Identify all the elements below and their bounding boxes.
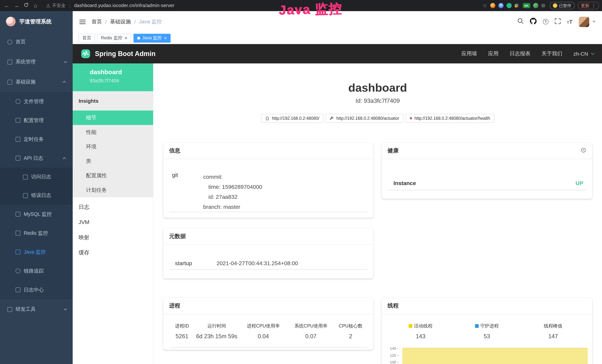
sba-nav-journal[interactable]: 日志报表 [510,50,530,57]
avatar[interactable] [579,17,589,27]
git-time-line: time: 1596289704000 [203,182,262,192]
sidebar-item-access-logs[interactable]: 访问日志 [0,168,73,186]
bookmark-star-icon[interactable]: ☆ [483,3,487,9]
sidebar-toggle-icon[interactable] [79,18,86,25]
sba-item-caches[interactable]: 缓存 [73,245,153,260]
sidebar-item-trace[interactable]: 链路追踪 [0,261,73,280]
sidebar-item-system-mgmt[interactable]: 系统管理 [0,52,73,72]
sidebar-item-infrastructure[interactable]: 基础设施 [0,72,73,92]
sba-nav-wallboard[interactable]: 应用墙 [462,50,477,57]
sba-item-config-props[interactable]: 配置属性 [73,168,153,183]
avatar-caret-icon[interactable] [592,21,595,23]
tab-home[interactable]: 首页 [79,33,95,43]
extension-icon-on-badge[interactable]: on [523,3,530,8]
sba-item-label: 配置属性 [86,172,107,178]
sba-brand[interactable]: Spring Boot Admin [81,49,156,59]
forward-icon[interactable]: → [13,3,20,9]
address-bar[interactable]: dashboard.yudao.iocoder.cn/infra/admin-s… [74,3,174,8]
sidebar-item-label: 首页 [16,39,26,45]
sidebar-item-dev-tools[interactable]: 研发工具 [0,299,73,319]
close-icon[interactable]: × [164,36,167,40]
sidebar-item-api-logs[interactable]: API 日志 [0,149,73,168]
col-system-cpu: 系统CPU使用率 [288,323,334,329]
instance-links: http://192.168.0.2:48080/ http://192.168… [163,114,592,123]
chevron-down-icon [64,60,67,63]
extension-icon-teal[interactable] [506,3,512,8]
browser-menu-icon[interactable]: ⋮ [592,3,596,8]
instance-title: dashboard [163,81,592,95]
chevron-up-icon [63,157,66,160]
extension-icon-drop[interactable] [498,3,503,8]
sba-item-label: 细节 [86,115,97,120]
refresh-icon[interactable] [22,3,30,9]
actuator-url-link[interactable]: http://192.168.0.2:48080/actuator [326,114,403,123]
sba-item-jvm[interactable]: JVM [73,215,153,230]
fullscreen-icon[interactable] [555,18,560,25]
paused-badge[interactable]: 已暂停 [549,2,575,9]
history-icon[interactable] [580,147,586,154]
info-card-title: 信息 [163,143,373,159]
sidebar-item-label: Java 监控 [24,249,46,255]
site-security-chip[interactable]: ⚠ 不安全 [46,2,65,9]
git-commit-line: commit: [203,172,262,182]
app-logo[interactable]: 芋道管理系统 [0,11,73,32]
extension-icon-leaf[interactable] [533,3,538,8]
home-icon[interactable]: ⌂ [32,3,39,9]
sidebar-item-file-mgmt[interactable]: 文件管理 [0,92,73,111]
sba-item-details[interactable]: 细节 [73,110,153,125]
sba-app-header[interactable]: dashboard 93a3fc7f7409 [73,64,153,91]
sba-language-value: zh-CN [573,51,588,57]
back-icon[interactable]: ← [3,3,10,9]
sba-item-environment[interactable]: 环境 [73,139,153,154]
sba-nav-about[interactable]: 关于我们 [542,50,562,57]
sidebar-item-mysql-monitor[interactable]: MySQL 监控 [0,205,73,224]
java-icon [16,250,20,254]
github-icon[interactable] [530,18,536,26]
screen-root: ← → ⌂ ⚠ 不安全 | dashboard.yudao.iocoder.cn… [0,0,602,364]
health-card-title: 健康 [387,147,399,154]
sidebar-item-redis-monitor[interactable]: Redis 监控 [0,224,73,243]
sba-nav-applications[interactable]: 应用 [488,50,499,57]
sidebar-item-label: 错误日志 [31,192,51,199]
sba-item-label: 性能 [86,129,97,135]
sba-item-performance[interactable]: 性能 [73,125,153,139]
close-icon[interactable]: × [125,36,127,40]
tab-java-monitor[interactable]: Java 监控 × [133,33,171,43]
sidebar-item-cron-jobs[interactable]: 定时任务 [0,130,73,149]
threads-card-title: 线程 [382,298,592,314]
breadcrumb-home[interactable]: 首页 [92,18,102,25]
health-card: 健康 Instance UP [382,143,592,199]
sba-content: dashboard Id: 93a3fc7f7409 http://192.16… [153,64,602,364]
extension-icon-dark[interactable] [541,4,545,7]
sba-item-logs[interactable]: 日志 [73,200,153,215]
extension-icon-grid[interactable] [515,4,518,7]
sidebar-item-java-monitor[interactable]: Java 监控 [0,243,73,261]
sidebar-item-home[interactable]: 首页 [0,32,73,52]
tab-redis-monitor[interactable]: Redis 监控 × [97,33,131,43]
link-label: http://192.168.0.2:48080/actuator/health [415,116,490,120]
sba-item-label: 日志 [79,204,89,210]
sba-item-classes[interactable]: 类 [73,154,153,168]
health-url-link[interactable]: ♥ http://192.168.0.2:48080/actuator/heal… [406,114,494,123]
help-icon[interactable]: ? [543,19,548,24]
extension-icon-orange[interactable] [490,3,495,8]
font-size-icon[interactable]: TT [567,18,572,25]
breadcrumb-current: Java 监控 [139,18,162,25]
search-icon[interactable] [517,18,523,26]
info-card: 信息 git commit: time: 1596289704000 id: 2… [163,143,373,218]
clock-icon [16,137,20,142]
sidebar-item-log-center[interactable]: 日志中心 [0,280,73,299]
sidebar-item-error-logs[interactable]: 错误日志 [0,186,73,205]
sba-item-scheduled-tasks[interactable]: 计划任务 [73,183,153,197]
infrastructure-icon [7,80,12,84]
sba-language-select[interactable]: zh-CN [573,51,593,57]
breadcrumb-infrastructure[interactable]: 基础设施 [110,18,131,25]
col-process-cpu: 进程CPU使用率 [238,323,288,329]
git-branch-line: branch: master [203,202,262,212]
chart-area-fill [402,348,588,364]
sba-item-mappings[interactable]: 映射 [73,230,153,245]
service-url-link[interactable]: http://192.168.0.2:48080/ [261,114,323,123]
sidebar-item-config-mgmt[interactable]: 配置管理 [0,111,73,130]
chrome-update-button[interactable]: 更新 ⋮ [578,2,599,9]
metadata-card: 元数据 startup 2021-04-27T00:44:31.254+08:0… [163,228,373,278]
